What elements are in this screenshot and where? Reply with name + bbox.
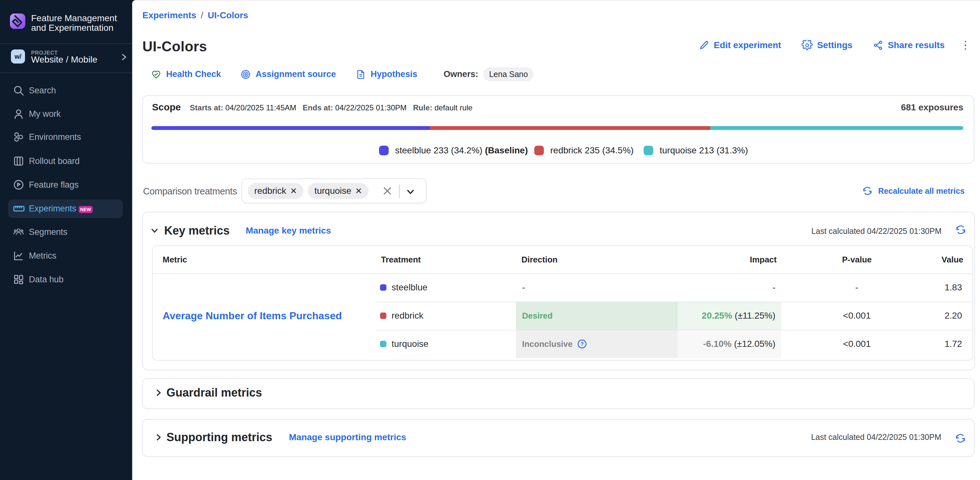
svg-text:?: ? [581,341,584,347]
